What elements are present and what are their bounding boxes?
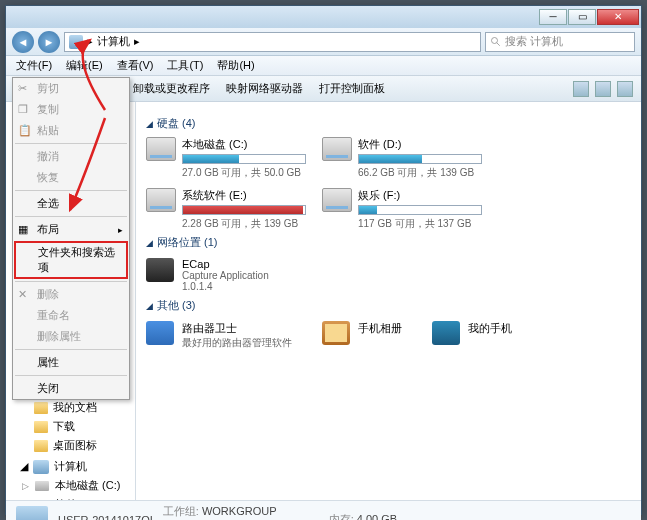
menu-undo[interactable]: 撤消: [13, 146, 129, 167]
drive-icon: [322, 188, 352, 212]
drive-name: 系统软件 (E:): [182, 188, 306, 203]
sidebar-item-drive-c[interactable]: ▷本地磁盘 (C:): [6, 476, 136, 495]
sidebar-group-computer[interactable]: ◢计算机: [6, 455, 135, 476]
forward-button[interactable]: ►: [38, 31, 60, 53]
drive-item[interactable]: 软件 (D:) 66.2 GB 可用，共 139 GB: [322, 137, 482, 180]
other-item[interactable]: 路由器卫士 最好用的路由器管理软件: [146, 319, 292, 352]
menu-delete[interactable]: ✕删除: [13, 284, 129, 305]
map-drive-button[interactable]: 映射网络驱动器: [226, 81, 303, 96]
folder-icon: [34, 440, 48, 452]
menu-properties[interactable]: 属性: [13, 352, 129, 373]
breadcrumb-label[interactable]: 计算机: [97, 34, 130, 49]
address-bar: ◄ ► ▸ 计算机 ▸ 搜索 计算机: [6, 28, 641, 56]
drive-stats: 27.0 GB 可用，共 50.0 GB: [182, 166, 306, 180]
delete-icon: ✕: [18, 288, 32, 302]
menu-close[interactable]: 关闭: [13, 378, 129, 399]
other-sub: 最好用的路由器管理软件: [182, 336, 292, 350]
menu-view[interactable]: 查看(V): [117, 58, 154, 73]
netloc-sub2: 1.0.1.4: [182, 281, 269, 292]
group-netloc[interactable]: ◢网络位置 (1): [146, 235, 631, 250]
collapse-icon: ◢: [146, 238, 153, 248]
group-other[interactable]: ◢其他 (3): [146, 298, 631, 313]
netloc-name: ECap: [182, 258, 269, 270]
expand-icon: ▷: [22, 481, 29, 491]
drive-stats: 66.2 GB 可用，共 139 GB: [358, 166, 482, 180]
drive-icon: [322, 137, 352, 161]
breadcrumb-sep: ▸: [134, 35, 140, 48]
uninstall-button[interactable]: 卸载或更改程序: [133, 81, 210, 96]
drive-item[interactable]: 系统软件 (E:) 2.28 GB 可用，共 139 GB: [146, 188, 306, 231]
sidebar-item-drive-d[interactable]: ▷软件 (D:): [6, 495, 136, 500]
drive-stats: 2.28 GB 可用，共 139 GB: [182, 217, 306, 231]
computer-icon: [33, 460, 49, 474]
menu-help[interactable]: 帮助(H): [217, 58, 254, 73]
netloc-item[interactable]: ECap Capture Application 1.0.1.4: [146, 256, 631, 294]
control-panel-button[interactable]: 打开控制面板: [319, 81, 385, 96]
search-icon: [490, 36, 502, 48]
menu-file[interactable]: 文件(F): [16, 58, 52, 73]
menu-redo[interactable]: 恢复: [13, 167, 129, 188]
other-item[interactable]: 我的手机: [432, 319, 512, 352]
drive-name: 娱乐 (F:): [358, 188, 482, 203]
menu-remove-props[interactable]: 删除属性: [13, 326, 129, 347]
other-item[interactable]: 手机相册: [322, 319, 402, 352]
drive-usage-bar: [358, 205, 482, 215]
menu-rename[interactable]: 重命名: [13, 305, 129, 326]
frame-icon: [322, 321, 350, 345]
drive-name: 软件 (D:): [358, 137, 482, 152]
phone-icon: [432, 321, 460, 345]
camera-icon: [146, 258, 174, 282]
expand-icon: ▷: [22, 500, 29, 501]
close-button[interactable]: ✕: [597, 9, 639, 25]
folder-icon: [34, 402, 48, 414]
svg-line-1: [497, 42, 500, 45]
menu-copy[interactable]: ❐复制: [13, 99, 129, 120]
drive-usage-bar: [182, 154, 306, 164]
sidebar-item-desktop[interactable]: 桌面图标: [6, 436, 135, 455]
drive-item[interactable]: 本地磁盘 (C:) 27.0 GB 可用，共 50.0 GB: [146, 137, 306, 180]
breadcrumb-sep: ▸: [87, 35, 93, 48]
menu-select-all[interactable]: 全选: [13, 193, 129, 214]
svg-point-0: [492, 37, 498, 43]
group-hdd[interactable]: ◢硬盘 (4): [146, 116, 631, 131]
sidebar-item-documents[interactable]: 我的文档: [6, 398, 135, 417]
preview-pane-button[interactable]: [595, 81, 611, 97]
drive-stats: 117 GB 可用，共 137 GB: [358, 217, 482, 231]
sidebar-item-downloads[interactable]: 下载: [6, 417, 135, 436]
collapse-icon: ◢: [146, 301, 153, 311]
drive-name: 本地磁盘 (C:): [182, 137, 306, 152]
menu-paste[interactable]: 📋粘贴: [13, 120, 129, 141]
menu-layout[interactable]: ▦布局: [13, 219, 129, 240]
search-placeholder: 搜索 计算机: [505, 34, 563, 49]
drive-icon: [146, 188, 176, 212]
titlebar: ─ ▭ ✕: [6, 6, 641, 28]
statusbar: USER-20141017QI 工作组: WORKGROUP 处理器: Inte…: [6, 500, 641, 520]
menu-cut[interactable]: ✂剪切: [13, 78, 129, 99]
menu-edit[interactable]: 编辑(E): [66, 58, 103, 73]
drive-item[interactable]: 娱乐 (F:) 117 GB 可用，共 137 GB: [322, 188, 482, 231]
other-name: 路由器卫士: [182, 321, 292, 336]
menu-folder-options[interactable]: 文件夹和搜索选项: [14, 241, 128, 279]
layout-icon: ▦: [18, 223, 32, 237]
paste-icon: 📋: [18, 124, 32, 138]
toolbar-right: [573, 81, 641, 97]
expand-icon: ◢: [20, 460, 28, 473]
cut-icon: ✂: [18, 82, 32, 96]
maximize-button[interactable]: ▭: [568, 9, 596, 25]
copy-icon: ❐: [18, 103, 32, 117]
minimize-button[interactable]: ─: [539, 9, 567, 25]
drive-usage-bar: [358, 154, 482, 164]
folder-icon: [34, 421, 48, 433]
help-button[interactable]: [617, 81, 633, 97]
menu-tools[interactable]: 工具(T): [167, 58, 203, 73]
drive-usage-bar: [182, 205, 306, 215]
collapse-icon: ◢: [146, 119, 153, 129]
menubar: 文件(F) 编辑(E) 查看(V) 工具(T) 帮助(H): [6, 56, 641, 76]
drive-icon: [146, 137, 176, 161]
drive-icon: [35, 500, 49, 501]
organize-menu: ✂剪切 ❐复制 📋粘贴 撤消 恢复 全选 ▦布局 文件夹和搜索选项 ✕删除 重命…: [12, 77, 130, 400]
search-input[interactable]: 搜索 计算机: [485, 32, 635, 52]
view-mode-button[interactable]: [573, 81, 589, 97]
breadcrumb[interactable]: ▸ 计算机 ▸: [64, 32, 481, 52]
back-button[interactable]: ◄: [12, 31, 34, 53]
